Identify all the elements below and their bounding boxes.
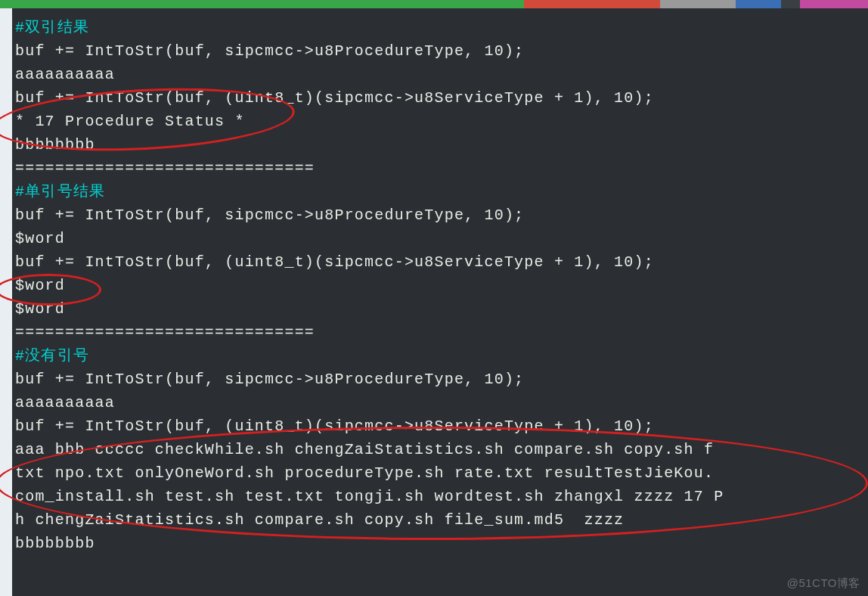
output-line: buf += IntToStr(buf, sipcmcc->u8Procedur… — [15, 206, 524, 224]
output-line: buf += IntToStr(buf, (uint8_t)(sipcmcc->… — [15, 418, 654, 435]
window-titlebar-colors — [0, 0, 868, 8]
tab-color-4 — [736, 0, 781, 8]
output-line: buf += IntToStr(buf, (uint8_t)(sipcmcc->… — [15, 89, 654, 107]
section-heading-no-quote: #没有引号 — [15, 347, 89, 365]
section-heading-single-quote: #单引号结果 — [15, 183, 105, 200]
output-line: h chengZaiStatistics.sh compare.sh copy.… — [15, 511, 624, 529]
tab-color-2 — [524, 0, 660, 8]
output-line: com_install.sh test.sh test.txt tongji.s… — [15, 488, 724, 505]
terminal-output[interactable]: #双引结果 buf += IntToStr(buf, sipcmcc->u8Pr… — [12, 8, 868, 563]
output-line: $word — [15, 230, 65, 247]
output-divider: ============================== — [15, 324, 315, 341]
output-line: buf += IntToStr(buf, sipcmcc->u8Procedur… — [15, 42, 524, 60]
output-line: bbbbbbbb — [15, 535, 95, 552]
watermark-text: @51CTO博客 — [787, 574, 860, 591]
tab-color-gap — [781, 0, 800, 8]
output-line: aaaaaaaaaa — [15, 66, 115, 83]
output-line: $word — [15, 277, 65, 294]
editor-gutter — [0, 8, 12, 596]
output-divider: ============================== — [15, 160, 315, 177]
output-line: buf += IntToStr(buf, sipcmcc->u8Procedur… — [15, 371, 524, 388]
output-line: aaa bbb ccccc checkWhile.sh chengZaiStat… — [15, 441, 714, 458]
tab-color-5 — [800, 0, 868, 8]
output-line: bbbbbbbb — [15, 136, 95, 154]
output-line: $word — [15, 300, 65, 318]
section-heading-double-quote: #双引结果 — [15, 19, 89, 36]
output-line: aaaaaaaaaa — [15, 394, 115, 411]
tab-color-3 — [660, 0, 736, 8]
output-line: txt npo.txt onlyOneWord.sh procedureType… — [15, 464, 714, 482]
tab-color-1 — [0, 0, 524, 8]
output-line: * 17 Procedure Status * — [15, 113, 245, 130]
output-line: buf += IntToStr(buf, (uint8_t)(sipcmcc->… — [15, 253, 654, 271]
